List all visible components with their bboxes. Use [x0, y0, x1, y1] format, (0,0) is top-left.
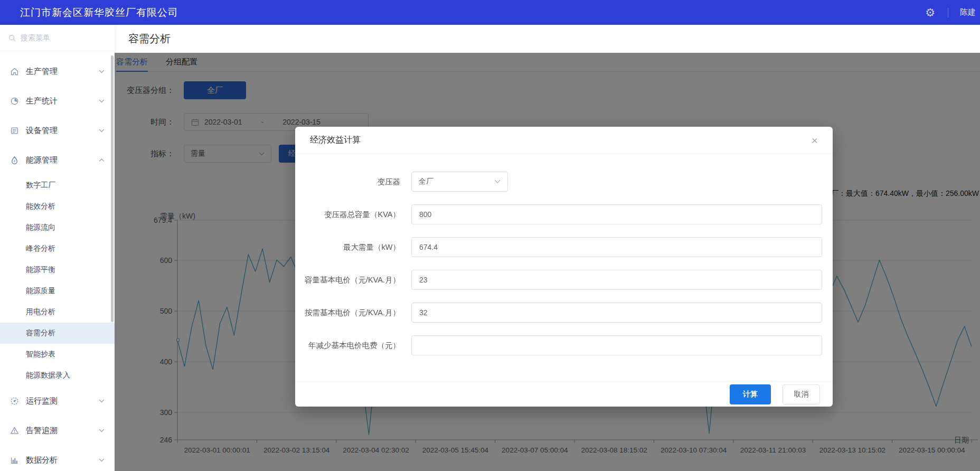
alarm-triangle-icon: [10, 426, 19, 435]
data-bar-icon: [10, 456, 19, 465]
total-capacity-input[interactable]: 800: [411, 204, 822, 224]
sidebar-subitem-label: 容需分析: [26, 328, 55, 338]
close-icon[interactable]: ×: [812, 135, 818, 146]
chevron-up-icon: [99, 158, 105, 162]
chevron-down-icon: [99, 99, 105, 103]
sidebar-item-device-management[interactable]: 设备管理: [0, 116, 115, 145]
sidebar-subitem-label: 能源平衡: [26, 265, 55, 275]
transformer-select-value: 全厂: [419, 177, 434, 186]
user-name[interactable]: 陈建: [960, 7, 976, 17]
sidebar-subitem-label: 能源数据录入: [26, 371, 70, 380]
home-icon: [10, 67, 19, 76]
sidebar-item-operation-monitoring[interactable]: 运行监测: [0, 386, 115, 416]
device-list-icon: [10, 126, 19, 135]
sidebar-item-label: 数据分析: [26, 455, 58, 465]
sidebar-subitem-label: 数字工厂: [26, 181, 55, 190]
transformer-select[interactable]: 全厂: [411, 172, 508, 192]
chevron-down-icon: [99, 70, 105, 73]
sidebar-item-production-management[interactable]: 生产管理: [0, 56, 115, 86]
search-placeholder: 搜索菜单: [21, 33, 50, 43]
calculate-button[interactable]: 计算: [730, 384, 771, 404]
sidebar-item-alarm-trace[interactable]: 告警追溯: [0, 416, 115, 445]
capacity-price-input[interactable]: 23: [411, 270, 822, 290]
chevron-down-icon: [494, 180, 501, 184]
modal-footer: 计算 取消: [295, 381, 833, 407]
sidebar-item-label: 能源管理: [26, 155, 58, 165]
sidebar-item-smart-meter-reading[interactable]: 智能抄表: [0, 344, 115, 365]
sidebar-subitem-label: 智能抄表: [26, 350, 55, 359]
annual-saving-label: 年减少基本电价电费（元）: [295, 341, 400, 351]
sidebar-item-energy-balance[interactable]: 能源平衡: [0, 259, 115, 280]
capacity-price-label: 容量基本电价（元/KVA.月）: [295, 275, 400, 285]
max-demand-label: 最大需量（kW）: [295, 242, 400, 252]
gear-icon[interactable]: ⚙: [925, 6, 935, 19]
chevron-down-icon: [99, 399, 105, 403]
pie-chart-icon: [10, 97, 19, 106]
sidebar-subitem-label: 能源质量: [26, 286, 55, 296]
sidebar-item-energy-efficiency[interactable]: 能效分析: [0, 196, 115, 217]
sidebar-item-label: 运行监测: [26, 396, 58, 406]
sidebar-item-power-analysis[interactable]: 用电分析: [0, 302, 115, 323]
sidebar-subitem-label: 峰谷分析: [26, 244, 55, 253]
transformer-label: 变压器: [295, 177, 400, 187]
chevron-down-icon: [99, 429, 105, 432]
page-header: 容需分析: [115, 25, 980, 53]
sidebar-item-energy-quality[interactable]: 能源质量: [0, 280, 115, 302]
sidebar-item-peak-valley[interactable]: 峰谷分析: [0, 238, 115, 259]
search-icon: [8, 34, 16, 42]
max-demand-input[interactable]: 674.4: [411, 237, 822, 257]
chevron-down-icon: [99, 458, 105, 462]
total-capacity-label: 变压器总容量（KVA）: [295, 210, 400, 220]
energy-drop-icon: [10, 156, 19, 165]
sidebar-item-energy-data-entry[interactable]: 能源数据录入: [0, 365, 115, 386]
sidebar-item-data-analysis[interactable]: 数据分析: [0, 445, 115, 471]
annual-saving-input[interactable]: [411, 335, 822, 355]
header-divider: [948, 8, 948, 17]
cancel-button[interactable]: 取消: [783, 384, 820, 404]
sidebar-item-energy-flow[interactable]: 能源流向: [0, 217, 115, 238]
sidebar-scrollbar[interactable]: [111, 55, 114, 322]
sidebar-item-label: 告警追溯: [26, 426, 58, 436]
sidebar-subitem-label: 能源流向: [26, 223, 55, 232]
app-header: 江门市新会区新华胶丝厂有限公司 ⚙ 陈建: [0, 0, 980, 25]
sidebar-item-energy-management[interactable]: 能源管理: [0, 145, 115, 175]
sidebar-item-label: 生产管理: [26, 67, 58, 77]
modal-title: 经济效益计算: [310, 135, 361, 146]
demand-price-input[interactable]: 32: [411, 303, 822, 323]
page-title: 容需分析: [128, 32, 171, 46]
sidebar-nav: 生产管理 生产统计 设备管理: [0, 51, 115, 471]
sidebar-subitem-label: 用电分析: [26, 307, 55, 317]
monitor-gauge-icon: [10, 397, 19, 406]
sidebar-item-label: 生产统计: [26, 96, 58, 106]
chevron-down-icon: [99, 129, 105, 133]
demand-price-label: 按需基本电价（元/KVA.月）: [295, 308, 400, 318]
sidebar-subitem-label: 能效分析: [26, 202, 55, 211]
modal-header: 经济效益计算 ×: [295, 127, 833, 154]
sidebar-item-label: 设备管理: [26, 126, 58, 136]
sidebar: 搜索菜单 生产管理 生产统计: [0, 25, 115, 471]
menu-search-input[interactable]: 搜索菜单: [0, 25, 115, 51]
company-title: 江门市新会区新华胶丝厂有限公司: [0, 6, 178, 20]
sidebar-item-capacity-demand-analysis[interactable]: 容需分析: [0, 323, 115, 344]
sidebar-item-production-statistics[interactable]: 生产统计: [0, 86, 115, 116]
modal-body: 变压器 全厂 变压器总容量（KVA） 800 最大需量（kW） 674.4 容量…: [295, 154, 833, 381]
sidebar-item-digital-factory[interactable]: 数字工厂: [0, 175, 115, 196]
economic-benefit-modal: 经济效益计算 × 变压器 全厂 变压器总容量（KVA） 800 最大需量（kW）…: [295, 127, 833, 407]
